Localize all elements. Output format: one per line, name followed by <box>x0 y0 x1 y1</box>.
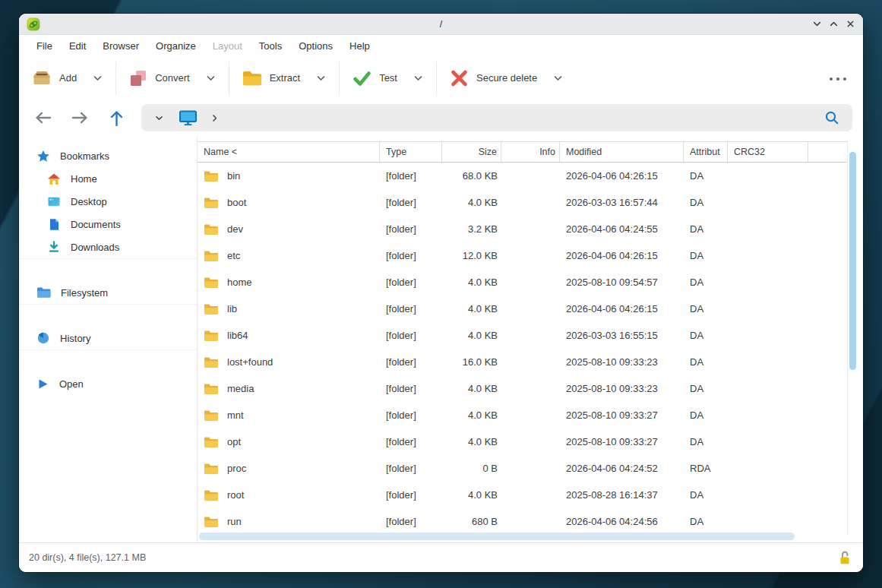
file-size: 4.0 KB <box>442 436 501 447</box>
column-header-info[interactable]: Info <box>501 142 560 162</box>
file-type: [folder] <box>380 516 442 527</box>
file-name: lost+found <box>227 356 273 368</box>
column-header-name[interactable]: Name < <box>198 142 380 162</box>
folder-blue-icon <box>36 286 51 299</box>
file-modified: 2025-08-10 09:33:23 <box>560 383 684 394</box>
column-header-type[interactable]: Type <box>380 142 442 162</box>
menu-browser[interactable]: Browser <box>94 37 147 55</box>
file-size: 4.0 KB <box>442 383 501 394</box>
search-icon <box>824 109 840 126</box>
sidebar-item-home[interactable]: Home <box>19 167 197 190</box>
table-row[interactable]: boot [folder] 4.0 KB 2026-03-03 16:57:44… <box>198 189 847 216</box>
secure-delete-button[interactable]: Secure delete <box>441 64 545 93</box>
menu-help[interactable]: Help <box>341 37 378 55</box>
column-header-modified[interactable]: Modified <box>560 142 684 162</box>
convert-dropdown[interactable] <box>198 71 224 86</box>
breadcrumb-root[interactable] <box>174 107 202 128</box>
column-header-size[interactable]: Size <box>442 142 501 162</box>
unlocked-padlock-icon <box>837 550 852 565</box>
back-button[interactable] <box>30 106 56 130</box>
table-row[interactable]: opt [folder] 4.0 KB 2025-08-10 09:33:27 … <box>198 428 847 455</box>
table-row[interactable]: run [folder] 680 B 2026-04-06 04:24:56 D… <box>198 508 847 535</box>
sidebar-divider <box>19 349 197 372</box>
column-header-crc32[interactable]: CRC32 <box>728 142 808 162</box>
forward-button[interactable] <box>67 106 93 130</box>
status-summary: 20 dir(s), 4 file(s), 127.1 MB <box>29 552 146 563</box>
extract-dropdown[interactable] <box>308 71 334 86</box>
content-area: Bookmarks Home Desktop <box>19 137 863 542</box>
file-type: [folder] <box>380 170 442 182</box>
download-icon <box>47 241 61 254</box>
table-row[interactable]: home [folder] 4.0 KB 2025-08-10 09:54:57… <box>198 269 847 296</box>
address-bar[interactable] <box>141 104 852 131</box>
table-row[interactable]: mnt [folder] 4.0 KB 2025-08-10 09:33:27 … <box>198 402 847 428</box>
sidebar-divider <box>19 258 197 281</box>
file-modified: 2025-08-10 09:33:23 <box>560 356 684 368</box>
file-type: [folder] <box>380 277 442 288</box>
search-button[interactable] <box>820 107 843 128</box>
table-row[interactable]: lib [folder] 4.0 KB 2026-04-06 04:26:15 … <box>198 296 847 322</box>
file-attributes: DA <box>684 489 728 501</box>
sidebar-item-filesystem[interactable]: Filesystem <box>19 281 197 304</box>
unlock-status-button[interactable] <box>836 548 853 567</box>
menu-edit[interactable]: Edit <box>61 37 94 55</box>
file-type: [folder] <box>380 356 442 368</box>
toolbar-more-button[interactable] <box>820 65 855 91</box>
sidebar-item-documents[interactable]: Documents <box>19 213 197 236</box>
file-size: 68.0 KB <box>442 170 501 182</box>
folder-icon <box>204 356 219 368</box>
table-row[interactable]: proc [folder] 0 B 2026-04-06 04:24:52 RD… <box>198 455 847 482</box>
maximize-button[interactable] <box>829 19 839 29</box>
table-row[interactable]: root [folder] 4.0 KB 2025-08-28 16:14:37… <box>198 482 847 508</box>
sidebar-item-history[interactable]: History <box>19 327 197 349</box>
file-attributes: DA <box>684 356 728 368</box>
convert-button[interactable]: Convert <box>121 64 198 93</box>
secure-delete-dropdown[interactable] <box>545 71 571 86</box>
folder-icon <box>204 277 219 289</box>
horizontal-scrollbar[interactable] <box>199 533 795 540</box>
toolbar-separator <box>229 62 229 95</box>
folder-icon <box>204 197 219 209</box>
menu-tools[interactable]: Tools <box>251 37 290 55</box>
test-dropdown[interactable] <box>405 71 432 86</box>
table-row[interactable]: etc [folder] 12.0 KB 2026-04-06 04:26:15… <box>198 242 847 269</box>
file-name: home <box>227 277 252 288</box>
chevron-down-icon <box>207 75 215 81</box>
file-modified: 2025-08-10 09:33:27 <box>560 409 684 421</box>
test-button[interactable]: Test <box>344 64 405 93</box>
file-attributes: RDA <box>684 463 728 474</box>
table-row[interactable]: lost+found [folder] 16.0 KB 2025-08-10 0… <box>198 349 847 375</box>
file-attributes: DA <box>684 223 728 235</box>
folder-icon <box>204 383 219 395</box>
column-header-attribut[interactable]: Attribut <box>684 142 728 162</box>
minimize-button[interactable] <box>812 19 822 29</box>
menu-organize[interactable]: Organize <box>147 37 204 55</box>
sidebar-item-open[interactable]: Open <box>19 372 197 395</box>
up-button[interactable] <box>104 105 129 131</box>
table-row[interactable]: lib64 [folder] 4.0 KB 2026-03-03 16:55:1… <box>198 322 847 349</box>
table-row[interactable]: bin [folder] 68.0 KB 2026-04-06 04:26:15… <box>198 163 847 189</box>
add-dropdown[interactable] <box>84 71 111 86</box>
table-row[interactable]: dev [folder] 3.2 KB 2026-04-06 04:24:55 … <box>198 216 847 242</box>
folder-icon <box>204 223 219 236</box>
convert-label: Convert <box>155 72 190 84</box>
arrow-up-icon <box>109 109 125 127</box>
vertical-scrollbar[interactable] <box>849 152 856 370</box>
sidebar-item-downloads[interactable]: Downloads <box>19 236 197 258</box>
extract-button[interactable]: Extract <box>234 65 308 92</box>
add-label: Add <box>59 72 77 84</box>
menu-file[interactable]: File <box>28 37 61 55</box>
extract-label: Extract <box>270 72 300 84</box>
menu-options[interactable]: Options <box>290 37 341 55</box>
arrow-left-icon <box>34 110 52 125</box>
sidebar-item-bookmarks[interactable]: Bookmarks <box>19 144 197 167</box>
play-triangle-icon <box>36 378 49 390</box>
address-dropdown[interactable] <box>150 112 168 124</box>
sidebar-item-desktop[interactable]: Desktop <box>19 190 197 213</box>
file-table: Name < Type Size Info Modified Attribut … <box>198 141 848 535</box>
add-button[interactable]: Add <box>24 64 84 92</box>
test-label: Test <box>379 72 397 84</box>
table-row[interactable]: media [folder] 4.0 KB 2025-08-10 09:33:2… <box>198 375 847 402</box>
sidebar-item-label: Home <box>71 173 97 185</box>
close-button[interactable] <box>846 19 855 29</box>
